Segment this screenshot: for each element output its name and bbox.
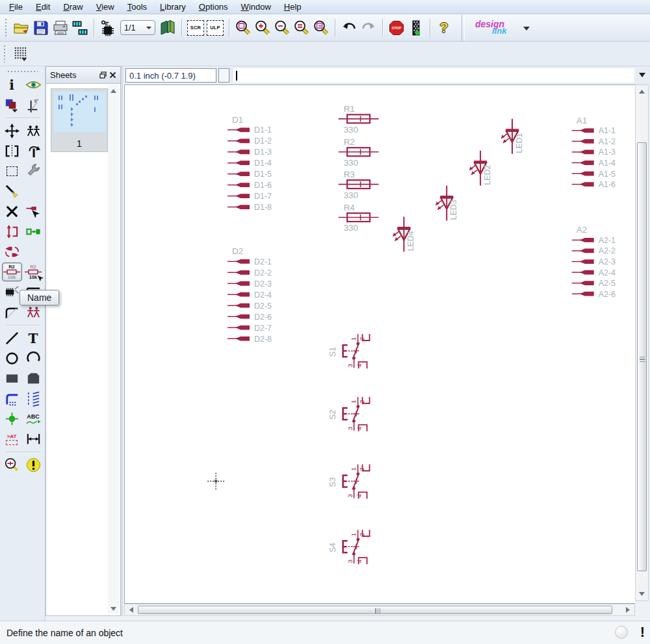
undo-button[interactable] bbox=[339, 18, 359, 38]
part-D2[interactable]: D2D2-1D2-2D2-3D2-4D2-5D2-6D2-7D2-8 bbox=[228, 246, 272, 343]
schematic-canvas[interactable]: D1D1-1D1-2D1-3D1-4D1-5D1-6D1-7D1-8D2D2-1… bbox=[124, 84, 635, 604]
stop-button[interactable]: STOP bbox=[387, 18, 406, 38]
toolbar-grip[interactable] bbox=[3, 45, 8, 62]
scroll-right-icon[interactable] bbox=[623, 606, 632, 614]
zoom-out-button[interactable] bbox=[272, 18, 292, 38]
wire-tool[interactable] bbox=[2, 329, 22, 348]
circle-tool[interactable] bbox=[2, 349, 22, 368]
part-LED3[interactable]: LED3 bbox=[436, 186, 458, 221]
delete-tool[interactable] bbox=[2, 202, 22, 221]
erc-tool[interactable] bbox=[2, 456, 22, 474]
miter-tool[interactable] bbox=[2, 303, 22, 322]
errors-tool[interactable] bbox=[23, 456, 44, 474]
split-tool[interactable] bbox=[23, 303, 44, 322]
open-button[interactable] bbox=[12, 18, 31, 38]
zoom-fit-button[interactable] bbox=[233, 18, 253, 38]
mark-tool[interactable]: 9° bbox=[23, 96, 44, 114]
zoom-in-button[interactable] bbox=[253, 18, 272, 38]
zoom-redraw-button[interactable] bbox=[292, 18, 311, 38]
command-history-dropdown-icon[interactable] bbox=[638, 71, 648, 79]
menu-help[interactable]: Help bbox=[278, 1, 308, 13]
run-ulp-button[interactable]: ULP bbox=[205, 18, 225, 38]
part-LED1[interactable]: LED1 bbox=[501, 119, 524, 154]
menu-window[interactable]: Window bbox=[235, 1, 278, 13]
horizontal-scrollbar[interactable] bbox=[124, 604, 635, 616]
rotate-tool[interactable] bbox=[23, 142, 44, 161]
vertical-scroll-thumb[interactable] bbox=[637, 142, 647, 571]
command-input[interactable] bbox=[233, 68, 634, 83]
part-R2[interactable]: R2330 bbox=[339, 137, 379, 168]
board-schematic-switch-button[interactable] bbox=[98, 18, 118, 38]
zoom-select-button[interactable] bbox=[311, 18, 331, 38]
attribute-tool[interactable]: >AT bbox=[2, 430, 22, 448]
arc-tool[interactable] bbox=[23, 349, 44, 368]
part-R1[interactable]: R1330 bbox=[339, 104, 379, 135]
part-A2[interactable]: A2A2-1A2-2A2-3A2-4A2-5A2-6 bbox=[572, 225, 616, 298]
smash-tool[interactable] bbox=[2, 283, 22, 302]
gateswap-tool[interactable] bbox=[23, 222, 44, 241]
sheet-select[interactable]: 1/1 bbox=[120, 20, 155, 35]
part-A1[interactable]: A1A1-1A1-2A1-3A1-4A1-5A1-6 bbox=[572, 116, 616, 189]
value-tool[interactable]: R210k bbox=[23, 263, 44, 281]
copy-tool[interactable] bbox=[23, 122, 44, 140]
part-S2[interactable]: S21234 bbox=[328, 397, 370, 431]
polygon-tool[interactable] bbox=[23, 369, 44, 388]
display-tool[interactable] bbox=[2, 96, 22, 114]
close-panel-icon[interactable] bbox=[109, 71, 116, 79]
sheets-scrollbar[interactable] bbox=[108, 85, 119, 614]
part-S4[interactable]: S41234 bbox=[328, 530, 370, 564]
net-tool[interactable] bbox=[23, 389, 44, 408]
part-R4[interactable]: R4330 bbox=[339, 203, 379, 233]
part-LED4[interactable]: LED4 bbox=[393, 216, 415, 251]
menu-options[interactable]: Options bbox=[192, 1, 235, 13]
error-exclamation-icon[interactable]: ! bbox=[640, 624, 645, 641]
use-library-button[interactable] bbox=[158, 18, 177, 38]
move-tool[interactable] bbox=[2, 122, 22, 140]
brand-dropdown-button[interactable] bbox=[517, 18, 536, 38]
sheets-scroll-down-icon[interactable] bbox=[108, 603, 119, 614]
save-button[interactable] bbox=[31, 18, 51, 38]
pinswap-tool[interactable] bbox=[2, 222, 22, 241]
name-tool[interactable]: R210k bbox=[2, 263, 22, 281]
dimension-tool[interactable] bbox=[23, 430, 44, 448]
part-S1[interactable]: S11234 bbox=[328, 334, 370, 368]
info-tool[interactable]: i bbox=[2, 75, 22, 94]
add-tool[interactable] bbox=[23, 202, 44, 221]
print-button[interactable] bbox=[51, 18, 70, 38]
sheets-scroll-up-icon[interactable] bbox=[108, 85, 119, 96]
redo-button[interactable] bbox=[359, 18, 378, 38]
part-D1[interactable]: D1D1-1D1-2D1-3D1-4D1-5D1-6D1-7D1-8 bbox=[228, 115, 272, 212]
designlink-logo[interactable]: designlink bbox=[474, 18, 517, 38]
part-R3[interactable]: R3330 bbox=[339, 170, 379, 200]
menu-library[interactable]: Library bbox=[153, 1, 192, 13]
sheet-thumbnail[interactable]: 1 bbox=[51, 88, 108, 152]
run-script-button[interactable]: SCR bbox=[186, 18, 205, 38]
part-S3[interactable]: S31234 bbox=[328, 465, 370, 499]
change-tool[interactable] bbox=[23, 162, 44, 181]
bus-tool[interactable] bbox=[2, 389, 22, 408]
menu-draw[interactable]: Draw bbox=[57, 1, 89, 13]
grid-button[interactable] bbox=[10, 44, 31, 63]
rect-tool[interactable] bbox=[2, 369, 22, 388]
menu-edit[interactable]: Edit bbox=[29, 1, 57, 13]
text-tool[interactable]: T bbox=[23, 329, 44, 348]
label-tool[interactable]: ABC bbox=[23, 409, 44, 428]
scroll-left-icon[interactable] bbox=[127, 606, 136, 614]
cut-tool[interactable] bbox=[2, 182, 22, 201]
menu-view[interactable]: View bbox=[90, 1, 121, 13]
menu-file[interactable]: File bbox=[3, 1, 29, 13]
scroll-up-icon[interactable] bbox=[637, 87, 647, 96]
show-tool[interactable] bbox=[23, 75, 44, 94]
scroll-down-icon[interactable] bbox=[637, 589, 647, 599]
horizontal-scroll-thumb[interactable] bbox=[138, 606, 612, 614]
junction-tool[interactable] bbox=[2, 409, 22, 428]
help-button[interactable]: ? bbox=[434, 18, 454, 38]
group-tool[interactable] bbox=[2, 162, 22, 181]
float-panel-icon[interactable] bbox=[99, 71, 107, 79]
replace-tool[interactable] bbox=[2, 242, 22, 261]
vertical-scrollbar[interactable] bbox=[635, 84, 649, 601]
toolbar-grip[interactable] bbox=[4, 19, 9, 37]
go-button[interactable] bbox=[406, 18, 426, 38]
menu-tools[interactable]: Tools bbox=[121, 1, 153, 13]
mirror-tool[interactable] bbox=[2, 142, 22, 161]
